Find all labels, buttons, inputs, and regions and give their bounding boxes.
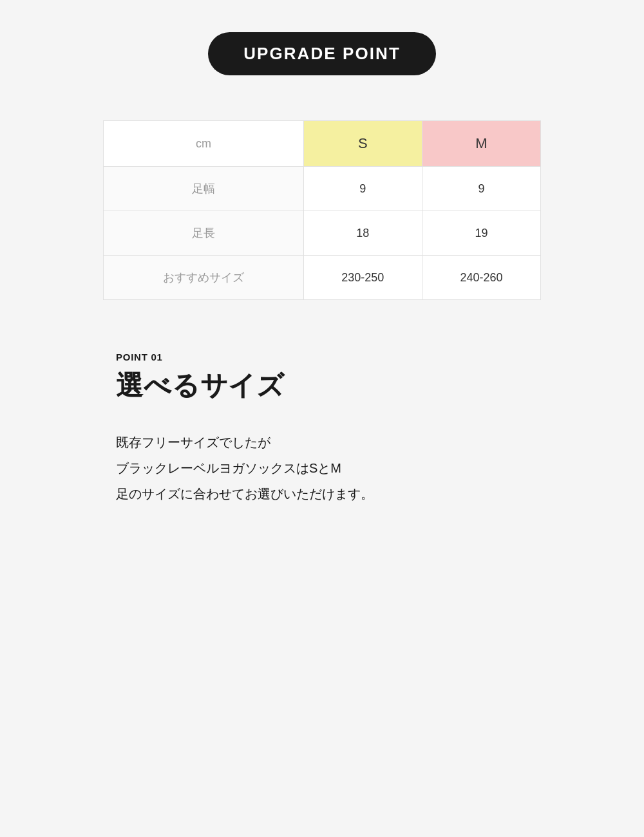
table-cell-s: 9 (303, 167, 422, 211)
table-cell-m: 9 (422, 167, 540, 211)
table-cell-m: 19 (422, 211, 540, 256)
table-row: 足長1819 (104, 211, 541, 256)
table-cell-label: 足長 (104, 211, 304, 256)
table-cell-m: 240-260 (422, 256, 540, 300)
table-section: cm S M 足幅99足長1819おすすめサイズ230-250240-260 (103, 120, 541, 300)
point-body-line: 足のサイズに合わせてお選びいただけます。 (116, 481, 528, 507)
point-section: POINT 01 選べるサイズ 既存フリーサイズでしたがブラックレーベルヨガソッ… (103, 352, 541, 507)
table-header-m: M (422, 121, 540, 167)
point-body-line: ブラックレーベルヨガソックスはSとM (116, 455, 528, 481)
table-cell-label: おすすめサイズ (104, 256, 304, 300)
page-wrapper: UPGRADE POINT cm S M 足幅99足長1819おすすめサイズ23… (0, 0, 644, 558)
point-heading: 選べるサイズ (116, 368, 528, 404)
size-table: cm S M 足幅99足長1819おすすめサイズ230-250240-260 (103, 120, 541, 300)
point-label: POINT 01 (116, 352, 528, 362)
table-row: おすすめサイズ230-250240-260 (104, 256, 541, 300)
table-cell-s: 230-250 (303, 256, 422, 300)
point-body: 既存フリーサイズでしたがブラックレーベルヨガソックスはSとM足のサイズに合わせて… (116, 429, 528, 507)
table-cell-s: 18 (303, 211, 422, 256)
table-header-row: cm S M (104, 121, 541, 167)
table-cell-label: 足幅 (104, 167, 304, 211)
table-header-label: cm (104, 121, 304, 167)
point-body-line: 既存フリーサイズでしたが (116, 429, 528, 455)
table-header-s: S (303, 121, 422, 167)
table-row: 足幅99 (104, 167, 541, 211)
upgrade-point-badge: UPGRADE POINT (208, 32, 436, 75)
